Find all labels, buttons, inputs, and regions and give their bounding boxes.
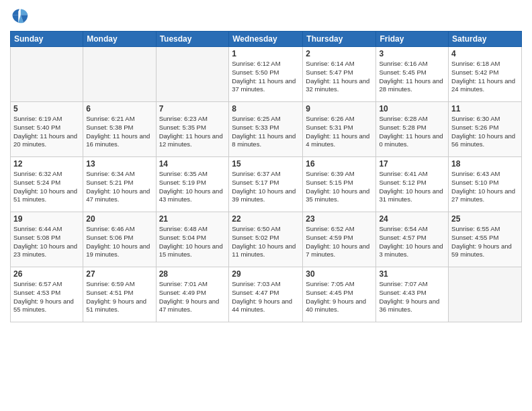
- calendar-cell: 2Sunrise: 6:14 AM Sunset: 5:47 PM Daylig…: [303, 47, 376, 102]
- day-number: 23: [306, 214, 373, 224]
- day-number: 29: [232, 269, 300, 279]
- calendar-cell: 10Sunrise: 6:28 AM Sunset: 5:28 PM Dayli…: [376, 102, 449, 157]
- day-number: 27: [86, 269, 152, 279]
- day-number: 30: [306, 269, 373, 279]
- calendar-cell: 5Sunrise: 6:19 AM Sunset: 5:40 PM Daylig…: [11, 102, 83, 157]
- day-number: 25: [451, 214, 519, 224]
- day-info: Sunrise: 6:32 AM Sunset: 5:24 PM Dayligh…: [13, 170, 80, 204]
- day-number: 3: [379, 49, 445, 58]
- calendar-cell: [83, 47, 156, 102]
- calendar-cell: 17Sunrise: 6:41 AM Sunset: 5:12 PM Dayli…: [376, 157, 449, 212]
- day-info: Sunrise: 6:26 AM Sunset: 5:31 PM Dayligh…: [306, 115, 373, 149]
- calendar-cell: 23Sunrise: 6:52 AM Sunset: 4:59 PM Dayli…: [303, 212, 376, 267]
- calendar-cell: 22Sunrise: 6:50 AM Sunset: 5:02 PM Dayli…: [229, 212, 303, 267]
- day-info: Sunrise: 6:16 AM Sunset: 5:45 PM Dayligh…: [379, 60, 445, 94]
- day-info: Sunrise: 7:01 AM Sunset: 4:49 PM Dayligh…: [159, 280, 226, 314]
- calendar-cell: 25Sunrise: 6:55 AM Sunset: 4:55 PM Dayli…: [449, 212, 522, 267]
- day-number: 26: [13, 269, 80, 279]
- day-info: Sunrise: 6:25 AM Sunset: 5:33 PM Dayligh…: [232, 115, 300, 149]
- calendar-week-row: 19Sunrise: 6:44 AM Sunset: 5:08 PM Dayli…: [11, 212, 522, 267]
- day-info: Sunrise: 6:57 AM Sunset: 4:53 PM Dayligh…: [13, 280, 80, 314]
- calendar-week-row: 1Sunrise: 6:12 AM Sunset: 5:50 PM Daylig…: [11, 47, 522, 102]
- calendar-cell: 9Sunrise: 6:26 AM Sunset: 5:31 PM Daylig…: [303, 102, 376, 157]
- calendar-cell: 8Sunrise: 6:25 AM Sunset: 5:33 PM Daylig…: [229, 102, 303, 157]
- day-number: 24: [379, 214, 445, 224]
- logo-icon: [10, 7, 29, 26]
- day-info: Sunrise: 7:05 AM Sunset: 4:45 PM Dayligh…: [306, 280, 373, 314]
- day-info: Sunrise: 6:21 AM Sunset: 5:38 PM Dayligh…: [86, 115, 152, 149]
- day-number: 13: [86, 159, 152, 169]
- day-info: Sunrise: 6:14 AM Sunset: 5:47 PM Dayligh…: [306, 60, 373, 94]
- calendar-cell: 16Sunrise: 6:39 AM Sunset: 5:15 PM Dayli…: [303, 157, 376, 212]
- day-of-week-header: Tuesday: [156, 32, 229, 47]
- day-of-week-header: Monday: [83, 32, 156, 47]
- calendar-cell: 30Sunrise: 7:05 AM Sunset: 4:45 PM Dayli…: [303, 267, 376, 322]
- calendar-cell: 28Sunrise: 7:01 AM Sunset: 4:49 PM Dayli…: [156, 267, 229, 322]
- day-number: 8: [232, 104, 300, 113]
- calendar-cell: 13Sunrise: 6:34 AM Sunset: 5:21 PM Dayli…: [83, 157, 156, 212]
- calendar-cell: 15Sunrise: 6:37 AM Sunset: 5:17 PM Dayli…: [229, 157, 303, 212]
- calendar-cell: 31Sunrise: 7:07 AM Sunset: 4:43 PM Dayli…: [376, 267, 449, 322]
- day-number: 16: [306, 159, 373, 169]
- day-number: 31: [379, 269, 445, 279]
- day-info: Sunrise: 6:55 AM Sunset: 4:55 PM Dayligh…: [451, 225, 519, 259]
- calendar-week-row: 12Sunrise: 6:32 AM Sunset: 5:24 PM Dayli…: [11, 157, 522, 212]
- calendar-cell: 4Sunrise: 6:18 AM Sunset: 5:42 PM Daylig…: [449, 47, 522, 102]
- calendar-cell: 14Sunrise: 6:35 AM Sunset: 5:19 PM Dayli…: [156, 157, 229, 212]
- day-number: 21: [159, 214, 226, 224]
- day-number: 18: [451, 159, 519, 169]
- day-of-week-header: Thursday: [303, 32, 376, 47]
- day-number: 17: [379, 159, 445, 169]
- calendar-cell: 3Sunrise: 6:16 AM Sunset: 5:45 PM Daylig…: [376, 47, 449, 102]
- day-info: Sunrise: 6:59 AM Sunset: 4:51 PM Dayligh…: [86, 280, 152, 314]
- day-info: Sunrise: 6:43 AM Sunset: 5:10 PM Dayligh…: [451, 170, 519, 204]
- day-number: 2: [306, 49, 373, 58]
- day-number: 11: [451, 104, 519, 113]
- calendar-cell: 6Sunrise: 6:21 AM Sunset: 5:38 PM Daylig…: [83, 102, 156, 157]
- day-info: Sunrise: 6:18 AM Sunset: 5:42 PM Dayligh…: [451, 60, 519, 94]
- calendar-header-row: SundayMondayTuesdayWednesdayThursdayFrid…: [11, 32, 522, 47]
- day-info: Sunrise: 6:52 AM Sunset: 4:59 PM Dayligh…: [306, 225, 373, 259]
- day-info: Sunrise: 6:12 AM Sunset: 5:50 PM Dayligh…: [232, 60, 300, 94]
- day-number: 6: [86, 104, 152, 113]
- day-number: 22: [232, 214, 300, 224]
- day-number: 15: [232, 159, 300, 169]
- day-number: 9: [306, 104, 373, 113]
- day-info: Sunrise: 6:41 AM Sunset: 5:12 PM Dayligh…: [379, 170, 445, 204]
- day-of-week-header: Wednesday: [229, 32, 303, 47]
- day-info: Sunrise: 6:30 AM Sunset: 5:26 PM Dayligh…: [451, 115, 519, 149]
- day-info: Sunrise: 6:28 AM Sunset: 5:28 PM Dayligh…: [379, 115, 445, 149]
- calendar-cell: 27Sunrise: 6:59 AM Sunset: 4:51 PM Dayli…: [83, 267, 156, 322]
- calendar-cell: 18Sunrise: 6:43 AM Sunset: 5:10 PM Dayli…: [449, 157, 522, 212]
- day-number: 5: [13, 104, 80, 113]
- day-info: Sunrise: 6:54 AM Sunset: 4:57 PM Dayligh…: [379, 225, 445, 259]
- calendar-cell: 12Sunrise: 6:32 AM Sunset: 5:24 PM Dayli…: [11, 157, 83, 212]
- calendar-cell: 21Sunrise: 6:48 AM Sunset: 5:04 PM Dayli…: [156, 212, 229, 267]
- calendar-week-row: 5Sunrise: 6:19 AM Sunset: 5:40 PM Daylig…: [11, 102, 522, 157]
- day-info: Sunrise: 6:23 AM Sunset: 5:35 PM Dayligh…: [159, 115, 226, 149]
- day-number: 10: [379, 104, 445, 113]
- day-number: 20: [86, 214, 152, 224]
- day-info: Sunrise: 7:03 AM Sunset: 4:47 PM Dayligh…: [232, 280, 300, 314]
- calendar-cell: 26Sunrise: 6:57 AM Sunset: 4:53 PM Dayli…: [11, 267, 83, 322]
- calendar-cell: [449, 267, 522, 322]
- calendar-table: SundayMondayTuesdayWednesdayThursdayFrid…: [10, 31, 522, 322]
- calendar-cell: 20Sunrise: 6:46 AM Sunset: 5:06 PM Dayli…: [83, 212, 156, 267]
- calendar-cell: 11Sunrise: 6:30 AM Sunset: 5:26 PM Dayli…: [449, 102, 522, 157]
- day-of-week-header: Saturday: [449, 32, 522, 47]
- day-number: 7: [159, 104, 226, 113]
- calendar-cell: 29Sunrise: 7:03 AM Sunset: 4:47 PM Dayli…: [229, 267, 303, 322]
- day-info: Sunrise: 6:19 AM Sunset: 5:40 PM Dayligh…: [13, 115, 80, 149]
- calendar-cell: 19Sunrise: 6:44 AM Sunset: 5:08 PM Dayli…: [11, 212, 83, 267]
- header: [10, 7, 522, 26]
- day-of-week-header: Sunday: [11, 32, 83, 47]
- day-of-week-header: Friday: [376, 32, 449, 47]
- day-number: 14: [159, 159, 226, 169]
- day-number: 12: [13, 159, 80, 169]
- logo: [10, 7, 32, 26]
- day-number: 4: [451, 49, 519, 58]
- calendar-cell: 7Sunrise: 6:23 AM Sunset: 5:35 PM Daylig…: [156, 102, 229, 157]
- day-number: 28: [159, 269, 226, 279]
- day-number: 1: [232, 49, 300, 58]
- day-info: Sunrise: 6:44 AM Sunset: 5:08 PM Dayligh…: [13, 225, 80, 259]
